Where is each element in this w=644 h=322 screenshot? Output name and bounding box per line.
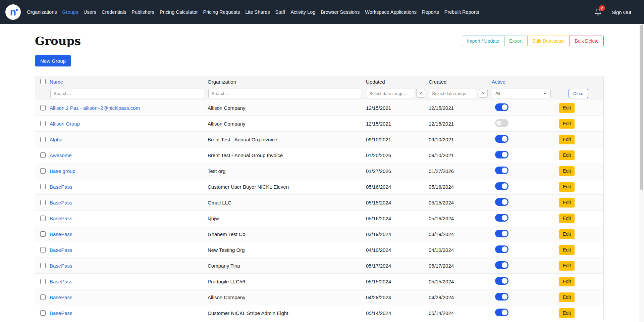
new-group-button[interactable]: New Group [35, 55, 71, 66]
export-button[interactable]: Export [504, 36, 528, 46]
active-toggle[interactable] [495, 135, 508, 143]
row-checkbox[interactable] [40, 294, 46, 300]
updated-date-range-input[interactable] [366, 89, 414, 98]
bulk-deactivate-button[interactable]: Bulk Deactivate [527, 36, 570, 46]
group-name-link[interactable]: BasePass [50, 294, 72, 300]
group-name-link[interactable]: BasePass [50, 184, 72, 190]
group-name-link[interactable]: Allison Group [50, 121, 80, 127]
edit-button[interactable]: Edit [559, 292, 575, 302]
edit-button[interactable]: Edit [559, 182, 575, 192]
vertical-scrollbar[interactable] [639, 24, 644, 322]
edit-button[interactable]: Edit [559, 308, 575, 318]
nav-item-staff[interactable]: Staff [275, 9, 285, 15]
column-header-organization[interactable]: Organization [208, 79, 366, 85]
row-checkbox[interactable] [40, 216, 46, 221]
group-name-link[interactable]: Awesome [50, 152, 72, 158]
edit-button[interactable]: Edit [559, 198, 575, 208]
nav-item-publishers[interactable]: Publishers [131, 9, 154, 15]
active-toggle[interactable] [495, 167, 508, 174]
scrollbar-thumb[interactable] [640, 25, 643, 190]
organization-search-input[interactable] [208, 89, 361, 98]
nav-item-activity-log[interactable]: Activity Log [290, 9, 315, 15]
select-all-checkbox[interactable] [40, 79, 46, 84]
edit-button[interactable]: Edit [559, 229, 575, 239]
row-checkbox[interactable] [40, 247, 46, 252]
active-toggle[interactable] [495, 277, 508, 285]
nav-item-workspace-applications[interactable]: Workspace Applications [365, 9, 417, 15]
active-toggle[interactable] [495, 245, 508, 253]
clear-filters-button[interactable]: Clear [569, 89, 588, 98]
edit-button[interactable]: Edit [559, 135, 575, 144]
group-name-link[interactable]: Allison 2 Paz - allison+2@nicklpass.com [50, 105, 140, 111]
toggle-knob [502, 215, 507, 221]
group-organization: Allison Company [208, 294, 366, 300]
group-name-link[interactable]: Base group [50, 168, 75, 174]
nav-item-credentials[interactable]: Credentials [102, 9, 126, 15]
group-name-link[interactable]: BasePass [50, 231, 72, 237]
edit-button[interactable]: Edit [559, 166, 575, 176]
edit-button[interactable]: Edit [559, 103, 575, 113]
notifications-button[interactable]: 2 [594, 8, 602, 16]
nav-item-groups[interactable]: Groups [62, 9, 78, 15]
nav-item-lite-shares[interactable]: Lite Shares [245, 9, 270, 15]
bulk-delete-button[interactable]: Bulk Delete [570, 36, 604, 46]
active-toggle[interactable] [495, 309, 508, 316]
active-toggle[interactable] [495, 214, 508, 222]
nav-item-users[interactable]: Users [84, 9, 96, 15]
row-checkbox[interactable] [40, 168, 46, 174]
group-name-link[interactable]: BasePass [50, 310, 72, 316]
active-toggle[interactable] [495, 119, 508, 127]
nav-item-pricing-calculator[interactable]: Pricing Calculator [160, 9, 198, 15]
row-checkbox[interactable] [40, 184, 46, 189]
active-toggle[interactable] [495, 261, 508, 269]
group-name-link[interactable]: BasePass [50, 247, 72, 253]
row-checkbox[interactable] [40, 121, 46, 126]
active-toggle[interactable] [495, 182, 508, 190]
name-search-input[interactable] [50, 89, 204, 98]
group-created-date: 05/15/2024 [429, 279, 492, 284]
nav-item-pricing-requests[interactable]: Pricing Requests [203, 9, 240, 15]
row-checkbox[interactable] [40, 279, 46, 284]
active-filter-select[interactable]: All [492, 89, 551, 98]
group-name-link[interactable]: BasePass [50, 263, 72, 269]
edit-button[interactable]: Edit [559, 119, 575, 129]
row-checkbox[interactable] [40, 105, 46, 110]
close-icon: × [419, 91, 422, 96]
sign-out-link[interactable]: Sign Out [612, 9, 631, 15]
row-checkbox[interactable] [40, 152, 46, 158]
row-checkbox[interactable] [40, 137, 46, 142]
row-checkbox[interactable] [40, 231, 46, 237]
brand-logo[interactable]: n [5, 4, 21, 20]
row-checkbox[interactable] [40, 310, 46, 316]
nav-item-reports[interactable]: Reports [422, 9, 439, 15]
nav-item-organizations[interactable]: Organizations [27, 9, 57, 15]
import-update-button[interactable]: Import / Update [462, 36, 504, 46]
row-checkbox[interactable] [40, 200, 46, 205]
group-organization: Company Tina [208, 263, 366, 269]
active-toggle[interactable] [495, 293, 508, 301]
edit-button[interactable]: Edit [559, 245, 575, 255]
group-name-link[interactable]: BasePass [50, 279, 72, 284]
active-toggle[interactable] [495, 103, 508, 111]
active-toggle[interactable] [495, 198, 508, 206]
edit-button[interactable]: Edit [559, 261, 575, 271]
column-header-updated[interactable]: Updated [366, 79, 429, 85]
nav-item-browser-sessions[interactable]: Browser Sessions [321, 9, 360, 15]
active-toggle[interactable] [495, 230, 508, 237]
brand-dot-icon [16, 9, 18, 11]
created-date-clear-button[interactable]: × [479, 89, 488, 98]
nav-item-prebuilt-reports[interactable]: Prebuilt Reports [444, 9, 479, 15]
active-toggle[interactable] [495, 151, 508, 158]
group-name-link[interactable]: BasePass [50, 200, 72, 205]
edit-button[interactable]: Edit [559, 214, 575, 223]
group-name-link[interactable]: BasePass [50, 216, 72, 221]
row-checkbox[interactable] [40, 263, 46, 268]
edit-button[interactable]: Edit [559, 150, 575, 160]
column-header-created[interactable]: Created [429, 79, 492, 85]
column-header-name[interactable]: Name [50, 79, 208, 85]
group-name-link[interactable]: Alpha [50, 137, 62, 142]
edit-button[interactable]: Edit [559, 277, 575, 286]
updated-date-clear-button[interactable]: × [416, 89, 425, 98]
created-date-range-input[interactable] [429, 89, 477, 98]
column-header-active[interactable]: Active [492, 79, 554, 85]
